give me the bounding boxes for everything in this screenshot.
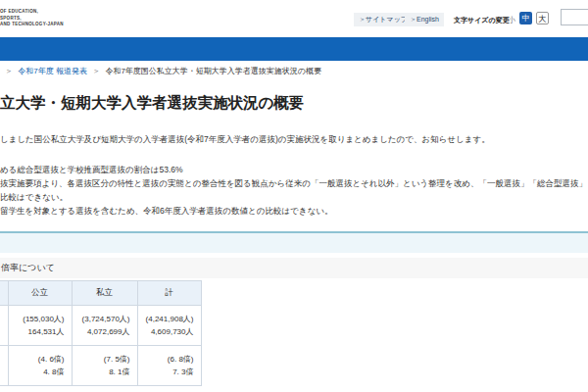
- breadcrumb-link-press-releases[interactable]: 令和7年度 報道発表: [18, 67, 87, 75]
- admissions-stats-table: 公立 私立 計 (155,030人) 164,531人 (3,724,570人)…: [0, 280, 202, 386]
- value-current: 4,072,699人: [73, 325, 130, 338]
- value-prev: (4. 6倍): [9, 353, 65, 366]
- main-navigation-bar: 政策・審議会 白書・統計・出版物 申請・手続き: [0, 37, 588, 61]
- table-cell: (155,030人) 164,531人: [8, 306, 72, 346]
- value-current: 7. 3倍: [138, 366, 194, 378]
- value-prev: (6. 8倍): [138, 353, 194, 366]
- table-cell: (3,724,570人) 4,072,699人: [72, 306, 137, 346]
- sitemap-link[interactable]: ＞サイトマップ: [354, 13, 413, 26]
- info-banner: [0, 231, 588, 253]
- nav-separator: [382, 80, 383, 92]
- table-header-row: 公立 私立 計: [0, 281, 201, 306]
- value-prev: (3,724,570人): [73, 313, 130, 325]
- notes-block: める総合型選抜と学校推薦型選抜の割合は53.6% 抜実施要項より、各選抜区分の特…: [0, 163, 588, 218]
- value-current: 8. 1倍: [73, 366, 130, 378]
- table-header-total: 計: [137, 281, 201, 306]
- nav-item-applications-procedures[interactable]: 申請・手続き: [397, 80, 519, 93]
- section-header: 倍率について: [0, 258, 588, 278]
- mext-logo-text: OF EDUCATION, SPORTS, AND TECHNOLOGY-JAP…: [0, 9, 64, 28]
- nav-separator: [214, 80, 215, 92]
- top-header-bar: OF EDUCATION, SPORTS, AND TECHNOLOGY-JAP…: [0, 0, 588, 37]
- table-row: (155,030人) 164,531人 (3,724,570人) 4,072,6…: [0, 306, 201, 346]
- value-current: 164,531人: [9, 325, 65, 338]
- table-cell-cut: [0, 346, 8, 386]
- table-header-private: 私立: [72, 281, 137, 306]
- logo-line-3: AND TECHNOLOGY-JAPAN: [0, 22, 64, 28]
- font-size-medium-button[interactable]: 中: [519, 12, 532, 24]
- section-title: 倍率について: [1, 258, 55, 278]
- nav-item-policy-councils[interactable]: 政策・審議会: [69, 80, 186, 93]
- english-link[interactable]: ＞English: [405, 13, 444, 26]
- breadcrumb-separator: ＞: [5, 67, 13, 75]
- table-row: (4. 6倍) 4. 8倍 (7. 5倍) 8. 1倍 (6. 8倍) 7. 3…: [0, 346, 201, 386]
- table-header-cut-column: [0, 281, 8, 306]
- table-cell: (4,241,908人) 4,609,730人: [137, 306, 201, 346]
- search-input[interactable]: [561, 9, 588, 25]
- breadcrumb: ＞ 令和7年度 報道発表 ＞ 令和7年度国公私立大学・短期大学入学者選抜実施状況…: [2, 66, 321, 76]
- note-line: 抜実施要項より、各選抜区分の特性と選抜の実態との整合性を図る観点から従来の「一般…: [0, 176, 588, 190]
- table-cell: (6. 8倍) 7. 3倍: [137, 346, 201, 386]
- page-title: 立大学・短期大学入学者選抜実施状況の概要: [0, 93, 304, 114]
- value-prev: (7. 5倍): [73, 353, 130, 366]
- note-line: 比較はできない。: [0, 190, 588, 204]
- value-prev: (155,030人): [9, 313, 65, 325]
- font-size-label: 文字サイズの変更: [454, 16, 510, 25]
- table-header-public: 公立: [8, 281, 72, 306]
- value-current: 4,609,730人: [138, 325, 194, 338]
- value-current: 4. 8倍: [9, 366, 65, 378]
- note-line: める総合型選抜と学校推薦型選抜の割合は53.6%: [0, 163, 588, 176]
- value-prev: (4,241,908人): [138, 313, 194, 325]
- table-cell: (4. 6倍) 4. 8倍: [8, 346, 72, 386]
- breadcrumb-current-page: 令和7年度国公私立大学・短期大学入学者選抜実施状況の概要: [105, 67, 321, 75]
- font-size-small-button[interactable]: 小: [508, 15, 515, 25]
- intro-paragraph: しました国公私立大学及び短期大学の入学者選抜(令和7年度入学者の選抜)の実施状況…: [0, 134, 490, 146]
- breadcrumb-separator: ＞: [92, 67, 100, 75]
- table-cell: (7. 5倍) 8. 1倍: [72, 346, 137, 386]
- note-line: 留学生を対象とする選抜を含むため、令和6年度入学者選抜の数値との比較はできない。: [0, 204, 588, 218]
- nav-item-whitepapers-statistics[interactable]: 白書・統計・出版物: [220, 80, 372, 93]
- nav-separator: [554, 80, 555, 92]
- font-size-large-button[interactable]: 大: [536, 12, 549, 24]
- nav-separator: [43, 80, 44, 92]
- table-cell-cut: [0, 306, 8, 346]
